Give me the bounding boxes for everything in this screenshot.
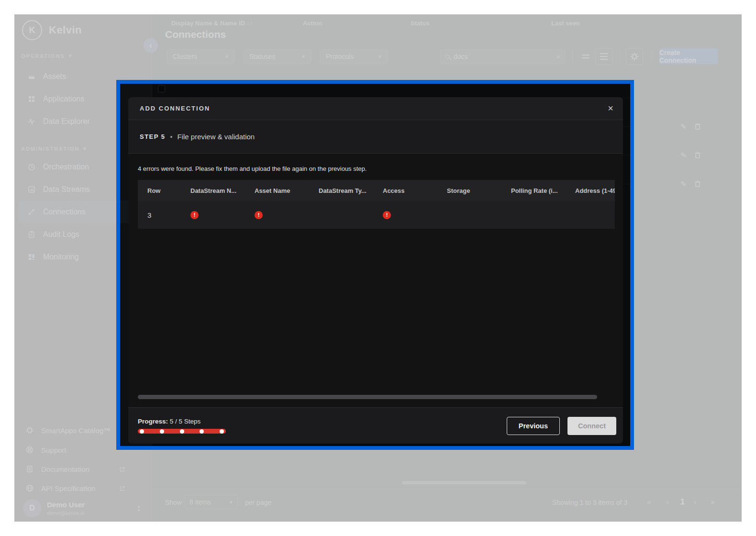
validation-error-message: 4 errors were found. Please fix them and… xyxy=(138,165,615,172)
modal-title: ADD CONNECTION xyxy=(140,105,210,112)
bullet-separator: • xyxy=(170,133,173,141)
step-title: File preview & validation xyxy=(177,133,255,141)
col-datastream-type: DataStream Ty... xyxy=(312,187,376,194)
col-storage: Storage xyxy=(440,187,504,194)
overlay-wash-bottom xyxy=(14,450,742,522)
modal-header: ADD CONNECTION × xyxy=(128,97,623,120)
error-icon[interactable]: ! xyxy=(383,211,391,219)
overlay-wash-top xyxy=(14,14,742,80)
col-polling-rate: Polling Rate (i... xyxy=(504,187,568,194)
progress-step-dot xyxy=(220,429,224,434)
validation-table: Row DataStream N... Asset Name DataStrea… xyxy=(138,180,615,229)
progress-block: Progress: 5 / 5 Steps xyxy=(138,418,226,434)
close-icon[interactable]: × xyxy=(608,103,613,114)
step-label: STEP 5 xyxy=(140,133,166,140)
col-address: Address (1-49 xyxy=(568,187,615,194)
progress-bar xyxy=(138,429,226,434)
row-number: 3 xyxy=(138,211,184,219)
error-icon[interactable]: ! xyxy=(255,211,263,219)
step-bar: STEP 5 • File preview & validation xyxy=(128,120,623,154)
previous-button[interactable]: Previous xyxy=(507,417,560,435)
modal-content: 4 errors were found. Please fix them and… xyxy=(128,154,623,407)
overlay-wash-left xyxy=(14,80,116,450)
progress-step-dot xyxy=(180,429,184,434)
modal-footer: Progress: 5 / 5 Steps Previous Connect xyxy=(128,407,623,444)
col-row: Row xyxy=(138,187,184,194)
progress-label: Progress: 5 / 5 Steps xyxy=(138,418,226,425)
col-datastream-name: DataStream N... xyxy=(184,187,248,194)
col-asset-name: Asset Name xyxy=(248,187,312,194)
progress-step-dot xyxy=(140,429,144,434)
progress-step-dot xyxy=(160,429,164,434)
validation-table-header: Row DataStream N... Asset Name DataStrea… xyxy=(138,180,615,201)
progress-step-dot xyxy=(200,429,204,434)
highlight-frame: ADD CONNECTION × STEP 5 • File preview &… xyxy=(116,80,634,450)
validation-row: 3 ! ! ! xyxy=(138,201,615,229)
add-connection-modal: ADD CONNECTION × STEP 5 • File preview &… xyxy=(128,97,623,444)
app-window: K Kelvin OPERATIONS ▾ Assets Application… xyxy=(14,14,742,522)
error-icon[interactable]: ! xyxy=(190,211,199,219)
connect-button[interactable]: Connect xyxy=(567,417,616,435)
modal-horizontal-scrollbar[interactable] xyxy=(138,395,597,399)
overlay-wash-right xyxy=(634,80,742,450)
col-access: Access xyxy=(376,187,440,194)
